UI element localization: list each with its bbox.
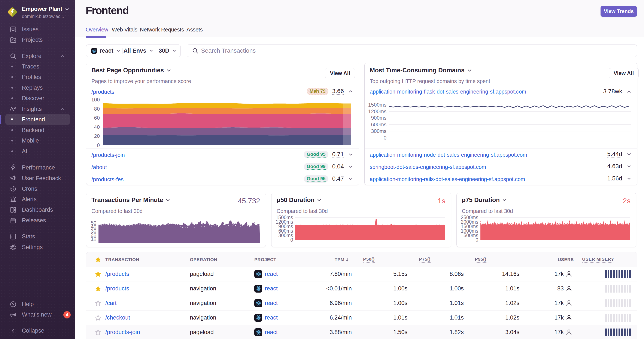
svg-text:100: 100 [92,97,100,102]
svg-text:10: 10 [91,236,96,242]
svg-text:300ms: 300ms [371,128,386,134]
svg-text:900ms: 900ms [371,115,386,121]
svg-text:20: 20 [94,133,100,139]
svg-text:0: 0 [476,237,478,243]
svg-text:0: 0 [97,142,100,148]
svg-text:600ms: 600ms [371,122,386,127]
svg-text:60: 60 [94,115,100,121]
svg-text:1200ms: 1200ms [368,108,386,114]
svg-text:40: 40 [94,124,100,130]
svg-text:1500ms: 1500ms [368,102,386,108]
svg-text:80: 80 [94,106,100,112]
svg-text:0: 0 [384,135,386,141]
svg-text:0: 0 [290,237,293,243]
